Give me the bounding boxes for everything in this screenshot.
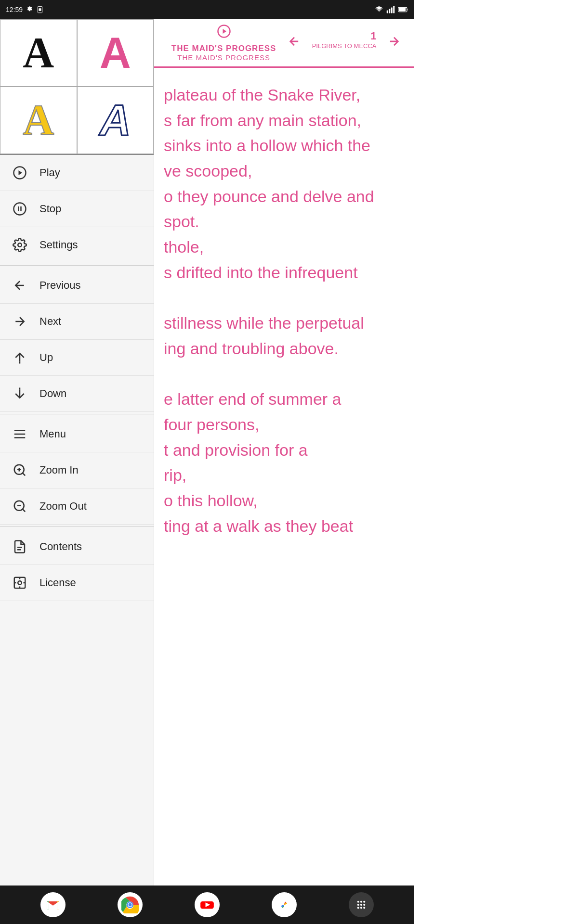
sidebar-menu: Play Stop [0,155,154,601]
reader-title-main: THE MAID'S PROGRESS [171,44,276,53]
reader-right-info: 1 PILGRIMS TO MECCA [284,30,405,56]
status-time: 12:59 [6,6,23,13]
font-letter-black: A [23,31,54,75]
battery-icon [398,6,408,13]
sidebar-item-up[interactable]: Up [0,340,154,376]
reader-header-center: THE MAID'S PROGRESS THE MAID'S PROGRESS [164,24,284,62]
font-letter-yellow: A [23,99,54,142]
svg-point-52 [363,901,365,903]
divider-2 [0,414,154,414]
sidebar-item-play[interactable]: Play [0,155,154,191]
sidebar: A A A A Play [0,19,154,886]
status-left: 12:59 [6,6,44,13]
sidebar-item-license[interactable]: License [0,565,154,601]
svg-rect-4 [391,8,393,13]
sim-icon [36,6,44,13]
sidebar-item-settings[interactable]: Settings [0,227,154,263]
zoom-out-label: Zoom Out [39,500,87,513]
font-option-sans-navy[interactable]: A [77,87,154,154]
reader-header: THE MAID'S PROGRESS THE MAID'S PROGRESS … [154,19,414,68]
reader-play-button[interactable] [217,24,231,42]
svg-line-24 [23,473,25,475]
svg-point-56 [357,907,359,909]
divider-1 [0,265,154,266]
svg-rect-7 [399,8,406,11]
svg-point-53 [357,904,359,906]
sidebar-item-next[interactable]: Next [0,304,154,340]
reader-content[interactable]: plateau of the Snake River, s far from a… [154,68,414,886]
arrow-down-icon [12,385,28,402]
svg-line-28 [23,509,25,512]
reader-area: THE MAID'S PROGRESS THE MAID'S PROGRESS … [154,19,414,886]
svg-point-33 [18,581,22,585]
sidebar-item-zoom-in[interactable]: Zoom In [0,452,154,488]
wifi-icon [375,5,383,14]
svg-point-44 [129,903,132,907]
zoom-in-icon [12,462,28,478]
divider-3 [0,526,154,527]
main-content: A A A A Play [0,19,414,886]
license-gear-icon [12,575,28,591]
gmail-app-icon[interactable] [40,892,66,917]
settings-status-icon [26,6,33,13]
reader-title-sub: THE MAID'S PROGRESS [177,53,270,62]
menu-lines-icon [12,426,28,442]
reader-forward-button[interactable] [383,30,405,56]
gear-icon [12,237,28,253]
document-icon [12,539,28,555]
reader-page-number: 1 [312,30,377,42]
arrow-up-icon [12,349,28,366]
font-letter-pink: A [100,31,131,75]
sidebar-item-contents[interactable]: Contents [0,529,154,565]
reader-page-label: PILGRIMS TO MECCA [312,42,377,50]
next-label: Next [39,315,61,328]
sidebar-item-previous[interactable]: Previous [0,268,154,304]
apps-grid-icon[interactable] [349,892,374,917]
play-label: Play [39,167,60,179]
svg-point-58 [363,907,365,909]
signal-icon [386,5,395,14]
status-bar: 12:59 [0,0,414,19]
down-label: Down [39,387,66,400]
svg-point-51 [360,901,362,903]
chrome-app-icon[interactable] [118,892,143,917]
svg-marker-9 [19,170,23,175]
svg-rect-3 [389,9,390,13]
play-circle-icon [12,165,28,181]
svg-point-13 [18,243,22,247]
arrow-right-icon [12,313,28,330]
sidebar-item-down[interactable]: Down [0,376,154,412]
svg-marker-35 [223,29,226,34]
svg-point-55 [363,904,365,906]
svg-rect-1 [39,8,41,11]
svg-rect-5 [393,6,394,13]
settings-label: Settings [39,239,78,251]
reader-back-button[interactable] [284,30,305,56]
previous-label: Previous [39,279,81,292]
youtube-app-icon[interactable] [195,892,220,917]
menu-label: Menu [39,428,66,440]
svg-rect-2 [387,11,388,13]
contents-label: Contents [39,540,82,553]
svg-point-54 [360,904,362,906]
pause-circle-icon [12,201,28,217]
zoom-out-icon [12,498,28,514]
reader-text: plateau of the Snake River, s far from a… [164,82,400,539]
up-label: Up [39,351,53,364]
license-label: License [39,577,76,589]
font-option-sans-pink[interactable]: A [77,19,154,87]
font-option-serif-yellow[interactable]: A [0,87,77,154]
stop-label: Stop [39,203,61,215]
svg-point-10 [14,203,26,215]
photos-app-icon[interactable] [272,892,297,917]
sidebar-item-zoom-out[interactable]: Zoom Out [0,488,154,525]
svg-point-50 [357,901,359,903]
svg-point-57 [360,907,362,909]
bottom-bar [0,886,414,924]
sidebar-item-menu[interactable]: Menu [0,416,154,452]
font-letter-navy: A [100,99,131,142]
font-grid: A A A A [0,19,154,155]
sidebar-item-stop[interactable]: Stop [0,191,154,227]
font-option-serif-black[interactable]: A [0,19,77,87]
zoom-in-label: Zoom In [39,464,79,476]
